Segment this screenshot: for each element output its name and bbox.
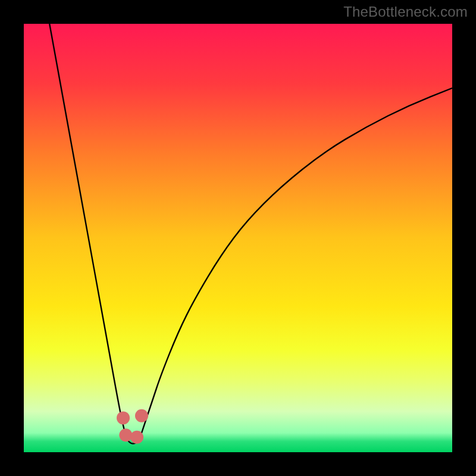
watermark-text: TheBottleneck.com (343, 4, 468, 20)
dot-left-upper (117, 411, 130, 424)
dot-right-upper (135, 409, 148, 422)
dot-right-lower (130, 431, 143, 444)
dot-left-lower (119, 428, 132, 441)
plot-area (24, 24, 452, 452)
chart-svg (24, 24, 452, 452)
chart-container: TheBottleneck.com (0, 0, 476, 476)
